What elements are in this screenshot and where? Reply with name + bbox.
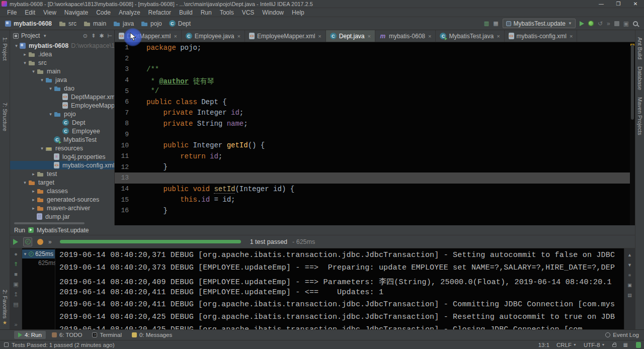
breadcrumb-item-dept[interactable]: Dept [169,20,191,27]
tree-item-classes[interactable]: ▸classes [10,187,114,195]
menu-file[interactable]: File [3,8,21,17]
show-ignored-toggle[interactable] [37,239,43,245]
breadcrumb-item-java[interactable]: java [113,20,134,27]
tree-toggle-icon[interactable]: ▾ [47,86,54,91]
stripe-button-structure[interactable]: 7: Structure [2,103,8,131]
tree-toggle-icon[interactable]: ▾ [13,43,20,48]
editor-scroll-thumb[interactable] [631,44,634,120]
menu-vcs[interactable]: VCS [238,8,259,17]
menu-refactor[interactable]: Refactor [144,8,175,17]
maximize-button[interactable]: ❐ [610,0,627,8]
code-editor[interactable]: 1package pojo;23/**4 * @author 徒有琴5 */6p… [115,42,630,216]
tree-toggle-icon[interactable]: ▾ [39,146,45,151]
debug-button[interactable] [588,21,594,26]
tab-employeemapper.xml[interactable]: EmployeeMapper.xml× [245,30,326,42]
tree-toggle-icon[interactable]: ▸ [30,197,37,202]
stop-button[interactable] [614,21,619,26]
menu-view[interactable]: View [39,8,60,17]
menu-analyze[interactable]: Analyze [115,8,144,17]
event-log-widget[interactable]: Event Log [605,332,644,338]
close-tab-icon[interactable]: × [570,33,573,39]
tree-item-maven-archiver[interactable]: ▸maven-archiver [10,204,114,212]
locate-file-icon[interactable]: ⊙ [83,33,88,39]
tree-toggle-icon[interactable]: ▼ [23,252,27,256]
tree-item-log4j.properties[interactable]: log4j.properties [10,152,114,161]
tab-dept.java[interactable]: Dept.java× [326,30,375,42]
menu-code[interactable]: Code [92,8,115,17]
vcs-update-icon[interactable]: ▥ [484,20,489,27]
tree-item-dump.jar[interactable]: dump.jar [10,212,114,221]
search-everywhere-icon[interactable] [633,21,638,26]
tab-mybatis-0608[interactable]: mybatis-0608× [375,30,436,42]
tree-toggle-icon[interactable]: ▸ [30,189,37,194]
paste-icon[interactable]: ▣ [623,20,629,27]
menu-build[interactable]: Build [175,8,197,17]
close-button[interactable]: ✕ [627,0,644,8]
tree-item-generated-sources[interactable]: ▸generated-sources [10,195,114,204]
test-tree-row[interactable]: ▼✓625ms [22,249,55,258]
tree-toggle-icon[interactable]: ▾ [22,60,28,65]
rerun-button[interactable] [13,239,18,245]
tree-toggle-icon[interactable]: ▸ [22,52,28,57]
profile-button[interactable]: » [607,20,610,27]
tree-item-employeemapper[interactable]: EmployeeMapper [10,101,114,110]
scroll-down-icon[interactable]: ▼ [627,263,632,268]
hide-panel-icon[interactable]: ⊢ [107,33,112,39]
tree-item-employee[interactable]: Employee [10,127,114,135]
toolwindow-button-run[interactable]: 4: Run [14,331,46,339]
run-configuration-select[interactable]: MybatisTest.update ▼ [503,19,576,28]
console-settings-icon[interactable]: ▤ [13,302,18,307]
hidden-actions-icon[interactable]: » [14,322,17,327]
tree-toggle-icon[interactable]: ▸ [30,206,37,211]
tree-item-mybatis-0608[interactable]: ▾mybatis-0608D:\workapace\18 [10,41,114,50]
tree-item-src[interactable]: ▾src [10,58,114,67]
project-tree-hscrollbar[interactable] [14,222,85,224]
stripe-button-mavenprojects[interactable]: Maven Projects [637,97,643,135]
tree-item-java[interactable]: ▾java [10,75,114,84]
tree-item-mybatistest[interactable]: MybatisTest [10,135,114,144]
menu-run[interactable]: Run [197,8,216,17]
tree-item-resources[interactable]: ▾resources [10,144,114,152]
scroll-up-icon[interactable]: ▲ [627,252,632,257]
tree-item-mybatis-config.xml[interactable]: mybatis-config.xml [10,161,114,169]
tab-employee.java[interactable]: Employee.java× [182,30,245,42]
soft-wrap-icon[interactable]: ≡ [628,273,631,278]
pin-tab-icon[interactable]: ↥ [14,292,18,297]
tab-deptmapper.xml[interactable]: DeptMapper.xml× [115,30,182,42]
close-tab-icon[interactable]: × [428,33,431,39]
tab-mybatis-config.xml[interactable]: mybatis-config.xml× [505,30,578,42]
run-panel-title[interactable]: Run [14,227,25,234]
menu-navigate[interactable]: Navigate [60,8,92,17]
close-tab-icon[interactable]: × [237,33,240,39]
tree-item-dao[interactable]: ▾dao [10,84,114,93]
breadcrumb-item-mybatis-0608[interactable]: mybatis-0608 [5,20,52,27]
breadcrumb-item-src[interactable]: src [59,20,76,27]
toolwindow-switcher-icon[interactable] [4,342,9,347]
rerun-failed-icon[interactable]: ● [14,251,18,257]
lock-icon[interactable] [612,344,616,347]
restore-layout-icon[interactable]: ▣ [13,282,18,287]
close-tab-icon[interactable]: × [318,33,321,39]
breadcrumb-item-pojo[interactable]: pojo [141,20,162,27]
menu-tools[interactable]: Tools [216,8,238,17]
coverage-button[interactable]: ↺ [598,20,603,27]
run-button[interactable] [580,21,584,26]
stripe-button-project[interactable]: 1: Project [2,37,8,60]
menu-help[interactable]: Help [288,8,308,17]
toggle-auto-test-icon[interactable]: ⇑ [14,261,18,267]
menu-edit[interactable]: Edit [21,8,39,17]
highlighting-level-icon[interactable]: ▦ [623,342,628,347]
toolwindow-button-todo[interactable]: 6: TODO [48,331,87,339]
clear-console-icon[interactable]: ▤ [627,293,632,298]
tree-item-.idea[interactable]: ▸.idea [10,50,114,58]
tree-toggle-icon[interactable]: ▾ [22,180,28,185]
stripe-button-favorites[interactable]: 2: Favorites★ [2,290,8,325]
scroll-to-end-icon[interactable]: ▣ [627,283,632,288]
tree-item-main[interactable]: ▾main [10,67,114,75]
tree-item-pojo[interactable]: ▾pojo [10,110,114,118]
tree-toggle-icon[interactable]: ▸ [30,171,37,177]
close-tab-icon[interactable]: × [368,33,371,39]
menu-window[interactable]: Window [258,8,288,17]
stop-process-icon[interactable]: ■ [14,272,18,277]
tree-item-deptmapper.xml[interactable]: DeptMapper.xml [10,93,114,101]
